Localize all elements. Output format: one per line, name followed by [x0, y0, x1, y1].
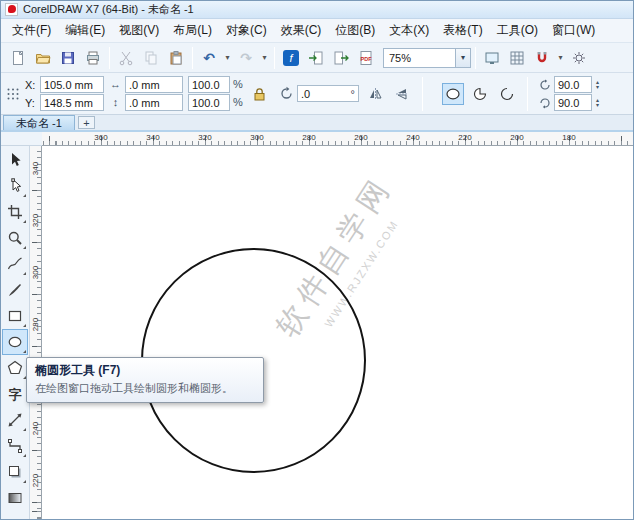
arc-mode-button[interactable]	[496, 83, 518, 105]
rotation-angle-input[interactable]: .0 °	[297, 85, 359, 102]
menu-item-layout[interactable]: 布局(L)	[166, 18, 219, 43]
ruler-number: 220	[31, 474, 40, 488]
drawing-canvas[interactable]: 软件自学网 WWW.RJZXW.COM	[42, 146, 633, 519]
start-angle-input[interactable]: 90.0	[554, 76, 592, 93]
new-document-icon	[10, 50, 26, 66]
cut-button[interactable]	[114, 46, 138, 70]
mirror-vertical-button[interactable]	[391, 83, 413, 105]
print-button[interactable]	[81, 46, 105, 70]
lock-ratio-button[interactable]	[248, 83, 270, 105]
y-position-input[interactable]: 148.5 mm	[40, 94, 104, 111]
paste-button[interactable]	[164, 46, 188, 70]
import-button[interactable]	[304, 46, 328, 70]
scale-h-input[interactable]: 100.0	[188, 76, 230, 93]
menu-item-window[interactable]: 窗口(W)	[545, 18, 602, 43]
open-button[interactable]	[31, 46, 55, 70]
scale-factor-group: 100.0 % 100.0 %	[188, 76, 243, 111]
parallel-dimension-tool-icon	[7, 412, 23, 428]
y-position-label: Y:	[25, 97, 37, 109]
x-position-input[interactable]: 105.0 mm	[40, 76, 104, 93]
fullscreen-preview-button[interactable]	[480, 46, 504, 70]
pie-mode-button[interactable]	[469, 83, 491, 105]
redo-history-dropdown[interactable]: ▾	[259, 46, 270, 70]
shape-tool[interactable]	[2, 173, 28, 199]
menu-item-table[interactable]: 表格(T)	[436, 18, 489, 43]
ruler-number: 240	[406, 133, 419, 142]
zoom-dropdown-arrow[interactable]: ▾	[455, 49, 470, 67]
copy-button[interactable]	[139, 46, 163, 70]
drop-shadow-tool[interactable]	[2, 459, 28, 485]
export-button[interactable]	[329, 46, 353, 70]
pick-tool[interactable]	[2, 147, 28, 173]
menu-item-text[interactable]: 文本(X)	[382, 18, 436, 43]
transparency-tool[interactable]	[2, 485, 28, 511]
horizontal-ruler[interactable]: 360340320300280260240220200180	[42, 132, 633, 146]
undo-history-dropdown[interactable]: ▾	[222, 46, 233, 70]
property-bar: X: 105.0 mm Y: 148.5 mm ↔ .0 mm ↕ .0 mm …	[1, 73, 633, 115]
new-document-button[interactable]	[6, 46, 30, 70]
end-angle-spinner[interactable]: ▴▾	[596, 98, 599, 108]
transparency-tool-icon	[7, 490, 23, 506]
ruler-number: 340	[31, 162, 40, 176]
menu-item-file[interactable]: 文件(F)	[5, 18, 58, 43]
undo-button[interactable]: ↶	[197, 46, 221, 70]
menu-item-object[interactable]: 对象(C)	[219, 18, 274, 43]
menu-item-bitmaps[interactable]: 位图(B)	[328, 18, 382, 43]
connector-tool[interactable]	[2, 433, 28, 459]
show-grid-button[interactable]	[505, 46, 529, 70]
crop-tool-icon	[7, 204, 23, 220]
save-button[interactable]	[56, 46, 80, 70]
search-content-button[interactable]: f	[279, 46, 303, 70]
publish-pdf-button[interactable]: PDF	[354, 46, 378, 70]
ellipse-tool[interactable]	[2, 329, 28, 355]
menu-item-view[interactable]: 视图(V)	[112, 18, 166, 43]
rotation-angle-value: .0	[301, 88, 310, 100]
search-content-icon: f	[283, 50, 299, 66]
polygon-tool-icon	[7, 360, 23, 376]
crop-tool[interactable]	[2, 199, 28, 225]
zoom-tool[interactable]	[2, 225, 28, 251]
menu-item-tools[interactable]: 工具(O)	[490, 18, 545, 43]
document-tab[interactable]: 未命名 -1	[3, 115, 75, 130]
ruler-number: 260	[354, 133, 367, 142]
artistic-media-tool[interactable]	[2, 277, 28, 303]
freehand-tool[interactable]	[2, 251, 28, 277]
zoom-level-value: 75%	[384, 52, 455, 64]
menubar: 文件(F) 编辑(E) 视图(V) 布局(L) 对象(C) 效果(C) 位图(B…	[1, 19, 633, 43]
start-angle-icon	[539, 79, 551, 91]
polygon-tool[interactable]	[2, 355, 28, 381]
rectangle-tool[interactable]	[2, 303, 28, 329]
end-angle-input[interactable]: 90.0	[554, 94, 592, 111]
rotation-angle-icon	[279, 86, 294, 101]
toolbar-separator	[109, 47, 110, 69]
document-tab-bar: 未命名 -1 +	[1, 115, 633, 132]
toolbox: 字	[1, 146, 30, 519]
mirror-horizontal-button[interactable]	[364, 83, 386, 105]
end-angle-icon	[539, 97, 551, 109]
zoom-level-combo[interactable]: 75% ▾	[383, 48, 471, 68]
new-document-tab-button[interactable]: +	[78, 116, 95, 129]
x-position-label: X:	[25, 79, 37, 91]
ellipse-mode-button[interactable]	[442, 83, 464, 105]
object-height-input[interactable]: .0 mm	[125, 94, 183, 111]
parallel-dimension-tool[interactable]	[2, 407, 28, 433]
scale-v-input[interactable]: 100.0	[188, 94, 230, 111]
text-tool[interactable]: 字	[2, 381, 28, 407]
toolbar-separator	[475, 47, 476, 69]
redo-button[interactable]: ↷	[234, 46, 258, 70]
ruler-number: 240	[31, 422, 40, 436]
standard-toolbar: ↶ ▾ ↷ ▾ f PDF 75% ▾ ▾	[1, 43, 633, 73]
object-width-icon: ↔	[109, 79, 122, 90]
object-width-input[interactable]: .0 mm	[125, 76, 183, 93]
snap-to-dropdown[interactable]: ▾	[555, 46, 566, 70]
start-angle-spinner[interactable]: ▴▾	[596, 80, 599, 90]
menu-item-effects[interactable]: 效果(C)	[274, 18, 329, 43]
menu-item-edit[interactable]: 编辑(E)	[58, 18, 112, 43]
vertical-ruler[interactable]: 340320300280260240220	[30, 146, 42, 519]
redo-icon: ↷	[240, 51, 252, 65]
lock-icon	[253, 87, 266, 101]
snap-to-button[interactable]	[530, 46, 554, 70]
propbar-separator	[527, 77, 528, 111]
options-button[interactable]	[567, 46, 591, 70]
copy-icon	[143, 50, 159, 66]
